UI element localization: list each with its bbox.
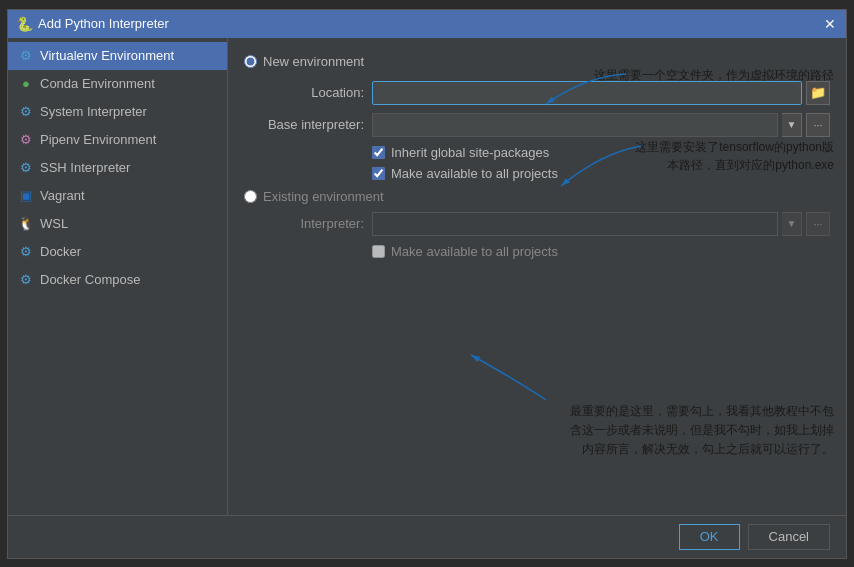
sidebar-item-wsl[interactable]: 🐧 WSL (8, 210, 227, 238)
add-python-interpreter-dialog: 🐍 Add Python Interpreter ✕ ⚙ Virtualenv … (7, 9, 847, 559)
sidebar-item-conda[interactable]: ● Conda Environment (8, 70, 227, 98)
docker-icon: ⚙ (18, 244, 34, 260)
pipenv-icon: ⚙ (18, 132, 34, 148)
new-environment-radio[interactable] (244, 55, 257, 68)
dialog-title: Add Python Interpreter (38, 16, 822, 31)
folder-icon: 📁 (810, 85, 826, 100)
location-browse-button[interactable]: 📁 (806, 81, 830, 105)
inherit-label: Inherit global site-packages (391, 145, 549, 160)
sidebar-label-system: System Interpreter (40, 104, 147, 119)
base-interpreter-row: Base interpreter: D:\WorkSoftware\Python… (244, 113, 830, 137)
close-button[interactable]: ✕ (822, 16, 838, 32)
system-icon: ⚙ (18, 104, 34, 120)
interpreter-dropdown: ▼ (782, 212, 802, 236)
base-interpreter-dropdown[interactable]: ▼ (782, 113, 802, 137)
existing-make-available-row: Make available to all projects (372, 244, 830, 259)
make-available-label: Make available to all projects (391, 166, 558, 181)
existing-environment-radio[interactable] (244, 190, 257, 203)
cancel-button[interactable]: Cancel (748, 524, 830, 550)
sidebar-item-docker-compose[interactable]: ⚙ Docker Compose (8, 266, 227, 294)
footer: OK Cancel (8, 515, 846, 558)
sidebar-item-virtualenv[interactable]: ⚙ Virtualenv Environment (8, 42, 227, 70)
interpreter-row: Interpreter: <No interpreter> ▼ ··· (244, 212, 830, 236)
new-environment-label: New environment (263, 54, 364, 69)
sidebar-label-conda: Conda Environment (40, 76, 155, 91)
annotation-bottom-line1: 最重要的是这里，需要勾上，我看其他教程中不包 (570, 404, 834, 418)
make-available-checkbox-row: Make available to all projects (372, 166, 830, 181)
docker-compose-icon: ⚙ (18, 272, 34, 288)
sidebar-item-vagrant[interactable]: ▣ Vagrant (8, 182, 227, 210)
sidebar-label-virtualenv: Virtualenv Environment (40, 48, 174, 63)
sidebar: ⚙ Virtualenv Environment ● Conda Environ… (8, 38, 228, 515)
main-content: New environment Location: D:\WorkSpace\P… (228, 38, 846, 515)
sidebar-label-wsl: WSL (40, 216, 68, 231)
virtualenv-icon: ⚙ (18, 48, 34, 64)
interpreter-browse-button: ··· (806, 212, 830, 236)
existing-environment-radio-row: Existing environment (244, 189, 830, 204)
sidebar-label-docker-compose: Docker Compose (40, 272, 140, 287)
annotation-bottom-line2: 含这一步或者未说明，但是我不勾时，如我上划掉 (570, 423, 834, 437)
conda-icon: ● (18, 76, 34, 92)
annotation-bottom-line3: 内容所言，解决无效，勾上之后就可以运行了。 (582, 442, 834, 456)
sidebar-item-system[interactable]: ⚙ System Interpreter (8, 98, 227, 126)
existing-make-available-checkbox (372, 245, 385, 258)
base-interpreter-label: Base interpreter: (244, 117, 364, 132)
dialog-body: ⚙ Virtualenv Environment ● Conda Environ… (8, 38, 846, 515)
inherit-checkbox-row: Inherit global site-packages (372, 145, 830, 160)
existing-make-available-label: Make available to all projects (391, 244, 558, 259)
sidebar-item-ssh[interactable]: ⚙ SSH Interpreter (8, 154, 227, 182)
base-interpreter-input-container: D:\WorkSoftware\Python\Python35\python.e… (372, 113, 830, 137)
existing-environment-section: Existing environment Interpreter: <No in… (244, 189, 830, 259)
location-input[interactable]: D:\WorkSpace\Python\Mnist1 (372, 81, 802, 105)
location-row: Location: D:\WorkSpace\Python\Mnist1 📁 (244, 81, 830, 105)
sidebar-label-docker: Docker (40, 244, 81, 259)
sidebar-item-docker[interactable]: ⚙ Docker (8, 238, 227, 266)
location-input-container: D:\WorkSpace\Python\Mnist1 📁 (372, 81, 830, 105)
arrow-bottom (456, 340, 556, 410)
interpreter-label: Interpreter: (244, 216, 364, 231)
dialog-icon: 🐍 (16, 16, 32, 32)
sidebar-label-pipenv: Pipenv Environment (40, 132, 156, 147)
sidebar-item-pipenv[interactable]: ⚙ Pipenv Environment (8, 126, 227, 154)
make-available-checkbox[interactable] (372, 167, 385, 180)
sidebar-label-ssh: SSH Interpreter (40, 160, 130, 175)
location-label: Location: (244, 85, 364, 100)
base-interpreter-input[interactable]: D:\WorkSoftware\Python\Python35\python.e… (372, 113, 778, 137)
annotation-top-right-text: 这里需要一个空文件夹，作为虚拟环境的路径 (594, 68, 834, 82)
interpreter-input: <No interpreter> (372, 212, 778, 236)
new-environment-section: New environment (244, 54, 830, 69)
sidebar-label-vagrant: Vagrant (40, 188, 85, 203)
vagrant-icon: ▣ (18, 188, 34, 204)
title-bar: 🐍 Add Python Interpreter ✕ (8, 10, 846, 38)
ssh-icon: ⚙ (18, 160, 34, 176)
annotation-bottom: 最重要的是这里，需要勾上，我看其他教程中不包 含这一步或者未说明，但是我不勾时，… (570, 402, 834, 460)
ok-button[interactable]: OK (679, 524, 740, 550)
wsl-icon: 🐧 (18, 216, 34, 232)
base-interpreter-browse-button[interactable]: ··· (806, 113, 830, 137)
existing-environment-label: Existing environment (263, 189, 384, 204)
inherit-checkbox[interactable] (372, 146, 385, 159)
